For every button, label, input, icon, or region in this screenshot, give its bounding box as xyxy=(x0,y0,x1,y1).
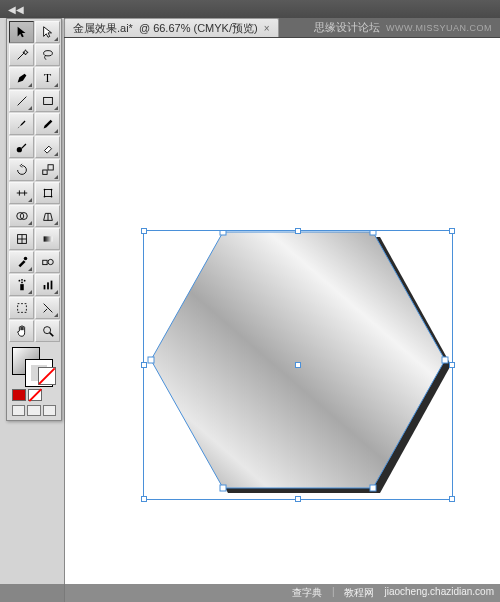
handle-bot-mid[interactable] xyxy=(295,496,301,502)
svg-rect-20 xyxy=(42,260,46,264)
svg-point-21 xyxy=(48,259,53,264)
zoom-tool[interactable] xyxy=(35,320,60,342)
draw-normal-icon[interactable] xyxy=(12,405,25,416)
handle-bot-right[interactable] xyxy=(449,496,455,502)
svg-rect-22 xyxy=(20,284,24,290)
eraser-tool[interactable] xyxy=(35,136,60,158)
tools-panel: T xyxy=(6,18,62,421)
none-swatch-small[interactable] xyxy=(28,389,42,401)
line-tool[interactable] xyxy=(9,90,34,112)
handle-top-right[interactable] xyxy=(449,228,455,234)
draw-behind-icon[interactable] xyxy=(27,405,40,416)
selection-tool[interactable] xyxy=(9,21,34,43)
type-tool[interactable]: T xyxy=(35,67,60,89)
collapse-icon[interactable]: ◀◀ xyxy=(8,4,24,15)
svg-point-10 xyxy=(43,196,45,198)
svg-point-9 xyxy=(50,189,52,191)
handle-top-mid[interactable] xyxy=(295,228,301,234)
handle-center[interactable] xyxy=(295,362,301,368)
draw-inside-icon[interactable] xyxy=(43,405,56,416)
site-name: 思缘设计论坛 xyxy=(314,20,380,35)
handle-mid-right[interactable] xyxy=(449,362,455,368)
svg-point-25 xyxy=(23,280,25,282)
lasso-tool[interactable] xyxy=(35,44,60,66)
scale-tool[interactable] xyxy=(35,159,60,181)
handle-top-left[interactable] xyxy=(141,228,147,234)
paintbrush-tool[interactable] xyxy=(9,113,34,135)
none-swatch[interactable] xyxy=(38,367,56,385)
handle-bot-left[interactable] xyxy=(141,496,147,502)
site-url: WWW.MISSYUAN.COM xyxy=(386,23,492,33)
svg-point-26 xyxy=(21,282,23,284)
blob-brush-tool[interactable] xyxy=(9,136,34,158)
pencil-tool[interactable] xyxy=(35,113,60,135)
svg-point-24 xyxy=(21,279,23,281)
svg-line-2 xyxy=(17,97,26,106)
footer-brand: 查字典 xyxy=(292,586,322,600)
svg-point-11 xyxy=(50,196,52,198)
svg-point-19 xyxy=(23,257,27,261)
handle-mid-left[interactable] xyxy=(141,362,147,368)
svg-point-31 xyxy=(43,327,50,334)
hand-tool[interactable] xyxy=(9,320,34,342)
width-tool[interactable] xyxy=(9,182,34,204)
slice-tool[interactable] xyxy=(35,297,60,319)
fill-stroke-control[interactable] xyxy=(9,345,59,387)
artboard-tool[interactable] xyxy=(9,297,34,319)
magic-wand-tool[interactable] xyxy=(9,44,34,66)
canvas[interactable] xyxy=(64,38,500,602)
svg-rect-29 xyxy=(50,281,52,290)
svg-rect-18 xyxy=(43,236,52,241)
close-icon[interactable]: × xyxy=(264,23,270,34)
tab-zoom-mode: @ 66.67% (CMYK/预览) xyxy=(139,21,258,36)
eyedropper-tool[interactable] xyxy=(9,251,34,273)
tab-filename: 金属效果.ai* xyxy=(73,21,133,36)
rotate-tool[interactable] xyxy=(9,159,34,181)
svg-rect-28 xyxy=(47,282,49,289)
svg-rect-30 xyxy=(17,304,26,313)
header-watermark: 思缘设计论坛 WWW.MISSYUAN.COM xyxy=(279,18,501,37)
svg-line-32 xyxy=(49,333,53,337)
svg-text:T: T xyxy=(43,71,51,85)
draw-mode-row xyxy=(9,403,59,418)
footer-domain: jiaocheng.chazidian.com xyxy=(384,586,494,600)
svg-rect-6 xyxy=(48,165,53,170)
shape-builder-tool[interactable] xyxy=(9,205,34,227)
pen-tool[interactable] xyxy=(9,67,34,89)
rectangle-tool[interactable] xyxy=(35,90,60,112)
svg-point-0 xyxy=(43,51,52,56)
app-topbar: ◀◀ xyxy=(0,0,500,18)
svg-rect-5 xyxy=(42,170,46,174)
svg-point-23 xyxy=(18,280,20,282)
blend-tool[interactable] xyxy=(35,251,60,273)
svg-rect-7 xyxy=(44,190,51,197)
gradient-tool[interactable] xyxy=(35,228,60,250)
svg-point-8 xyxy=(43,189,45,191)
footer-section: 教程网 xyxy=(344,586,374,600)
perspective-tool[interactable] xyxy=(35,205,60,227)
footer-watermark: 查字典 | 教程网 jiaocheng.chazidian.com xyxy=(0,584,500,602)
bounding-box xyxy=(143,230,453,500)
mesh-tool[interactable] xyxy=(9,228,34,250)
free-transform-tool[interactable] xyxy=(35,182,60,204)
document-tab-bar: 金属效果.ai* @ 66.67% (CMYK/预览) × 思缘设计论坛 WWW… xyxy=(64,18,500,38)
color-row xyxy=(9,387,59,403)
document-tab[interactable]: 金属效果.ai* @ 66.67% (CMYK/预览) × xyxy=(64,18,279,37)
selected-object[interactable] xyxy=(143,230,453,500)
svg-rect-27 xyxy=(43,285,45,289)
symbol-sprayer-tool[interactable] xyxy=(9,274,34,296)
direct-selection-tool[interactable] xyxy=(35,21,60,43)
color-swatch[interactable] xyxy=(12,389,26,401)
graph-tool[interactable] xyxy=(35,274,60,296)
svg-rect-3 xyxy=(43,98,52,105)
